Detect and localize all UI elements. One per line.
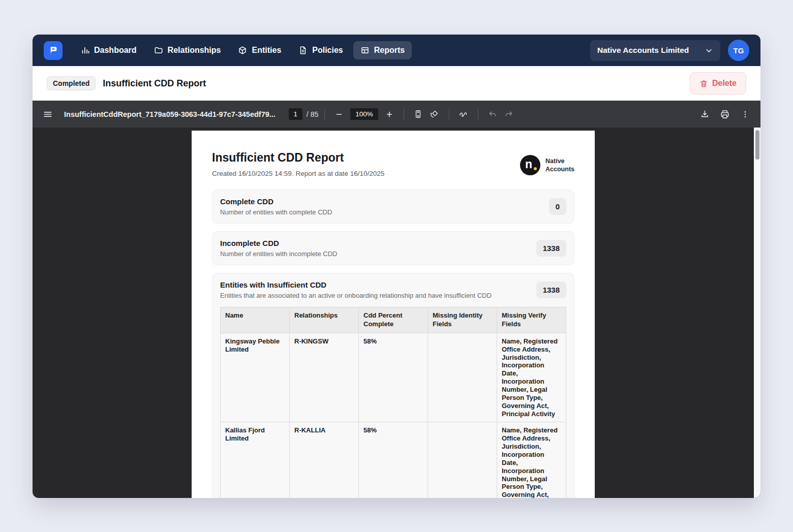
brand-glyph: n [525,158,532,171]
page-header: Completed Insufficient CDD Report Delete [33,66,760,101]
column-header: Name [221,307,290,333]
card-value-badge: 1338 [536,281,566,298]
incomplete-cdd-card: Incomplete CDD Number of entities with i… [212,231,574,265]
rotate-icon [430,109,439,119]
toolbar-divider [478,109,478,120]
organization-dropdown-value: Native Accounts Limited [597,46,689,55]
draw-button[interactable] [455,106,472,122]
toolbar-divider [404,109,404,120]
page-title: Insufficient CDD Report [103,78,206,89]
table-header-row: Name Relationships Cdd Percent Complete … [221,307,566,333]
draw-icon [459,109,468,119]
print-icon [720,109,730,119]
column-header: Cdd Percent Complete [359,307,428,333]
entities-insufficient-cdd-card: Entities with Insufficient CDD Entities … [212,273,574,498]
table-cell: 58% [359,333,428,422]
nav-entities[interactable]: Entities [231,41,288,59]
app-window: Dashboard Relationships Entities Policie… [33,35,760,498]
redo-icon [504,110,513,119]
card-value-badge: 1338 [536,240,566,257]
avatar[interactable]: TG [728,40,749,61]
card-description: Number of entities with incomplete CDD [220,250,337,258]
scrollbar-thumb[interactable] [755,130,759,160]
table-cell: Name, Registered Office Address, Jurisdi… [497,422,566,498]
delete-label: Delete [712,79,737,88]
table-cell: Name, Registered Office Address, Jurisdi… [497,333,566,422]
toolbar-right-group [696,106,753,122]
page-number-input[interactable]: 1 [289,108,302,120]
viewer-scrollbar[interactable] [754,128,760,498]
app-logo-icon [47,45,59,56]
folder-icon [154,46,163,55]
nav-policies[interactable]: Policies [291,41,350,59]
table-cell: R-KINGSW [290,333,359,422]
toolbar-divider [324,109,325,120]
table-cell: Kallias Fjord Limited [221,422,290,498]
download-button[interactable] [696,106,713,122]
table-cell [428,333,497,422]
native-accounts-brand: n Native Accounts [520,153,574,177]
pdf-toolbar: InsufficientCddReport_7179a059-3063-44d1… [33,101,760,128]
redo-button[interactable] [501,106,517,122]
zoom-in-icon [385,110,394,119]
zoom-out-icon [334,110,344,119]
download-icon [700,109,710,119]
table-cell: R-KALLIA [290,422,359,498]
pdf-page: Insufficient CDD Report Created 16/10/20… [192,131,595,498]
brand-name: Native Accounts [545,157,574,174]
pdf-viewer: Insufficient CDD Report Created 16/10/20… [33,128,760,498]
fit-page-button[interactable] [410,106,426,122]
undo-icon [488,110,497,119]
fit-page-icon [413,109,423,119]
column-header: Missing Verify Fields [497,307,566,333]
card-value-badge: 0 [549,198,566,215]
sidebar-toggle-button[interactable] [40,106,56,122]
nav-relationships[interactable]: Relationships [147,41,228,59]
complete-cdd-card: Complete CDD Number of entities with com… [212,190,574,224]
undo-button[interactable] [484,106,501,122]
brand-name-line2: Accounts [545,165,574,173]
print-button[interactable] [717,106,733,122]
zoom-in-button[interactable] [381,106,398,122]
zoom-level[interactable]: 100% [350,108,378,120]
nav-label: Policies [312,46,343,55]
status-badge: Completed [47,76,96,90]
brand-dot [534,167,537,171]
brand-name-line1: Native [545,157,574,165]
page-count: / 85 [307,110,318,118]
page-navigation: 1 / 85 [289,108,318,120]
cube-icon [238,46,247,55]
card-description: Entities that are associated to an activ… [220,292,492,299]
column-header: Relationships [290,307,359,333]
zoom-out-button[interactable] [331,106,347,122]
nav-items: Dashboard Relationships Entities Policie… [74,41,412,59]
bar-chart-icon [81,46,89,55]
entities-card-header: Entities with Insufficient CDD Entities … [220,280,566,299]
pdf-filename: InsufficientCddReport_7179a059-3063-44d1… [64,110,276,118]
table-row: Kingsway Pebble Limited R-KINGSW 58% Nam… [221,333,566,422]
delete-button[interactable]: Delete [690,72,746,95]
nav-label: Relationships [168,46,221,55]
report-title: Insufficient CDD Report [212,151,384,165]
trash-icon [699,79,708,88]
card-title: Entities with Insufficient CDD [220,280,492,289]
table-icon [360,46,370,55]
table-cell [428,422,497,498]
more-options-button[interactable] [737,106,753,122]
card-title: Incomplete CDD [220,239,337,247]
toolbar-divider [449,109,449,120]
kebab-icon [741,110,750,119]
organization-dropdown[interactable]: Native Accounts Limited [590,40,720,61]
rotate-button[interactable] [426,106,443,122]
native-accounts-logo-icon: n [520,155,540,175]
table-row: Kallias Fjord Limited R-KALLIA 58% Name,… [221,422,566,498]
card-title: Complete CDD [220,197,332,206]
chevron-down-icon [705,46,713,55]
top-navbar: Dashboard Relationships Entities Policie… [33,35,760,66]
nav-dashboard[interactable]: Dashboard [74,41,144,59]
nav-reports[interactable]: Reports [353,41,412,59]
report-header: Insufficient CDD Report Created 16/10/20… [212,151,574,177]
app-logo[interactable] [44,41,63,60]
nav-label: Entities [252,46,281,55]
table-cell: Kingsway Pebble Limited [221,333,290,422]
